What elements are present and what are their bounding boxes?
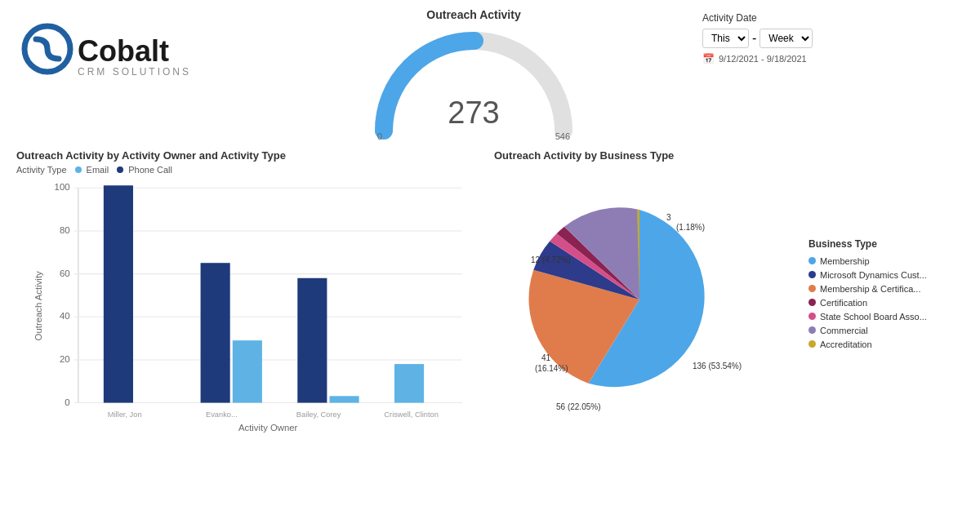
date-separator: - [752, 31, 756, 46]
legend-label-msdc: Microsoft Dynamics Cust... [820, 270, 927, 280]
svg-text:0: 0 [65, 397, 69, 407]
pie-svg-container: 3 12 (4.72%) 41 (16.14%) 56 (22.05%) 136… [494, 165, 800, 426]
svg-text:Cobalt: Cobalt [78, 34, 169, 68]
gauge-max: 546 [555, 131, 570, 141]
legend-label-mc: Membership & Certifica... [820, 284, 920, 294]
pie-svg: 3 12 (4.72%) 41 (16.14%) 56 (22.05%) 136… [517, 173, 778, 418]
legend-color-accred [808, 340, 816, 348]
phone-dot [117, 166, 123, 173]
date-controls: This - Week [702, 29, 964, 48]
this-select[interactable]: This [702, 29, 749, 48]
gauge-container: 273 0 546 [368, 24, 580, 143]
legend-label-commercial: Commercial [820, 326, 868, 335]
date-range-display: 📅 9/12/2021 - 9/18/2021 [702, 53, 964, 64]
svg-text:Bailey, Corey: Bailey, Corey [296, 410, 341, 419]
header-row: Cobalt CRM SOLUTIONS Outreach Activity 2… [16, 8, 964, 143]
activity-date-label: Activity Date [702, 12, 964, 24]
phone-label: Phone Call [128, 165, 172, 175]
svg-text:Miller, Jon: Miller, Jon [108, 410, 142, 419]
logo-area: Cobalt CRM SOLUTIONS [16, 8, 245, 85]
pie-label-3-top: 3 [666, 213, 671, 222]
legend-item-cert: Certification [808, 298, 964, 308]
svg-text:60: 60 [60, 268, 70, 278]
legend-label-accred: Accreditation [820, 339, 872, 349]
pie-label-12: 12 (4.72%) [531, 255, 571, 264]
bar-chart-legend: Activity Type Email Phone Call [16, 165, 486, 175]
legend-color-cert [808, 299, 816, 306]
activity-type-label: Activity Type [16, 165, 67, 175]
dashboard: Cobalt CRM SOLUTIONS Outreach Activity 2… [0, 0, 980, 528]
legend-label-ssb: State School Board Asso... [820, 312, 927, 322]
gauge-value: 273 [448, 95, 499, 131]
email-legend: Email [75, 165, 109, 175]
svg-text:Activity Owner: Activity Owner [238, 423, 298, 433]
charts-row: Outreach Activity by Activity Owner and … [16, 149, 964, 441]
legend-label-cert: Certification [820, 298, 867, 308]
pie-label-118: (1.18%) [676, 223, 705, 232]
pie-label-41-pct: (16.14%) [535, 364, 568, 373]
pie-label-136: 136 (53.54%) [693, 362, 742, 370]
activity-date-section: Activity Date This - Week 📅 9/12/2021 - … [702, 8, 964, 64]
left-chart: Outreach Activity by Activity Owner and … [16, 149, 486, 441]
legend-label-membership: Membership [820, 256, 870, 266]
bar-chart-wrapper: 0 20 40 60 80 100 [16, 180, 486, 441]
logo-svg: Cobalt CRM SOLUTIONS [16, 16, 229, 82]
outreach-activity-title: Outreach Activity [426, 8, 520, 21]
svg-text:80: 80 [60, 225, 70, 235]
pie-chart-area: 3 12 (4.72%) 41 (16.14%) 56 (22.05%) 136… [494, 165, 964, 426]
legend-color-msdc [808, 271, 816, 278]
bar-chart-title: Outreach Activity by Activity Owner and … [16, 149, 486, 162]
legend-color-membership [808, 257, 816, 264]
date-range-text: 9/12/2021 - 9/18/2021 [719, 54, 807, 64]
email-dot [75, 166, 82, 173]
legend-item-accred: Accreditation [808, 339, 964, 349]
bar [201, 263, 230, 402]
svg-text:Outreach Activity: Outreach Activity [33, 271, 43, 340]
pie-label-56: 56 (22.05%) [556, 402, 600, 411]
legend-color-mc [808, 285, 816, 292]
svg-text:CRM SOLUTIONS: CRM SOLUTIONS [78, 66, 191, 78]
phone-legend: Phone Call [117, 165, 172, 175]
legend-color-ssb [808, 313, 816, 320]
svg-text:Evanko...: Evanko... [206, 410, 238, 419]
calendar-icon: 📅 [702, 53, 715, 64]
svg-text:20: 20 [60, 354, 70, 364]
bar-chart-svg: 0 20 40 60 80 100 [16, 180, 486, 441]
bar [394, 364, 424, 402]
legend-color-commercial [808, 326, 816, 334]
legend-item-commercial: Commercial [808, 326, 964, 335]
legend-item-msdc: Microsoft Dynamics Cust... [808, 270, 964, 280]
svg-text:40: 40 [60, 311, 70, 321]
outreach-activity-section: Outreach Activity 273 0 546 [245, 8, 702, 143]
pie-chart-title: Outreach Activity by Business Type [494, 149, 964, 162]
svg-text:100: 100 [55, 182, 70, 192]
gauge-min: 0 [377, 131, 382, 141]
bar [330, 396, 359, 402]
bar [104, 185, 133, 402]
pie-segments [528, 207, 704, 387]
legend-item-mc: Membership & Certifica... [808, 284, 964, 294]
pie-label-41: 41 [541, 353, 551, 362]
svg-text:Criswell, Clinton: Criswell, Clinton [384, 410, 439, 419]
bar [297, 278, 327, 403]
email-label: Email [87, 165, 109, 175]
legend-item-ssb: State School Board Asso... [808, 312, 964, 322]
bar [233, 340, 262, 402]
legend-item-membership: Membership [808, 256, 964, 266]
pie-legend-title: Business Type [808, 238, 964, 250]
week-select[interactable]: Week [760, 29, 813, 48]
pie-legend: Business Type Membership Microsoft Dynam… [808, 238, 964, 353]
right-chart: Outreach Activity by Business Type [494, 149, 964, 441]
